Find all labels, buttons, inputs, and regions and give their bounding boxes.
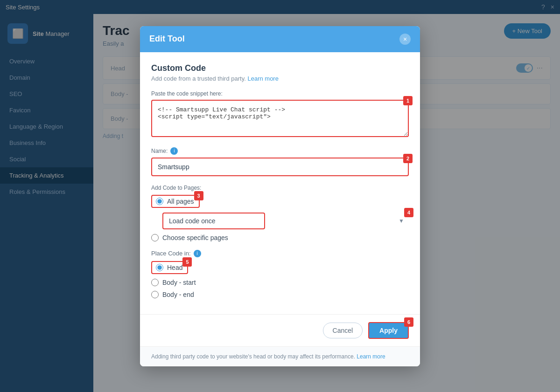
edit-tool-modal: Edit Tool × Custom Code Add code from a …: [140, 26, 420, 366]
name-input-wrapper: 2: [151, 158, 409, 176]
place-code-label-row: Place Code in: i: [151, 250, 409, 257]
body-end-option[interactable]: Body - end: [151, 291, 409, 298]
all-pages-outlined: All pages 3: [151, 195, 200, 208]
head-radio[interactable]: [156, 264, 163, 271]
cancel-button[interactable]: Cancel: [323, 323, 363, 338]
add-code-label: Add Code to Pages:: [151, 185, 409, 191]
modal-body: Custom Code Add code from a trusted thir…: [140, 52, 420, 314]
body-start-option[interactable]: Body - start: [151, 279, 409, 286]
load-code-dropdown-wrapper: Load code once Load code every time ▼ 4: [162, 213, 409, 229]
modal-overlay: Edit Tool × Custom Code Add code from a …: [0, 0, 560, 392]
name-input[interactable]: [151, 158, 409, 176]
name-info-icon: i: [170, 147, 178, 155]
body-start-label: Body - start: [162, 279, 196, 286]
add-code-section: Add Code to Pages: All pages 3 Load co: [151, 185, 409, 241]
specific-pages-option[interactable]: Choose specific pages: [151, 234, 409, 241]
pages-radio-group: All pages 3 Load code once Load code eve…: [151, 195, 409, 241]
learn-more-link-bottom[interactable]: Learn more: [357, 353, 385, 360]
custom-code-title: Custom Code: [151, 63, 409, 73]
name-label-row: Name: i: [151, 147, 409, 155]
modal-header: Edit Tool ×: [140, 26, 420, 52]
load-code-dropdown[interactable]: Load code once Load code every time: [162, 213, 265, 229]
apply-btn-wrapper: Apply 6: [368, 322, 409, 339]
modal-footer: Cancel Apply 6: [140, 314, 420, 346]
dropdown-arrow-icon: ▼: [399, 218, 404, 224]
all-pages-label: All pages: [167, 198, 194, 205]
place-code-info-icon: i: [194, 250, 201, 257]
apply-button[interactable]: Apply: [368, 322, 409, 339]
all-pages-radio[interactable]: [156, 198, 163, 205]
code-label: Paste the code snippet here:: [151, 90, 409, 97]
place-code-section: Place Code in: i Head 5 Body - s: [151, 250, 409, 298]
annotation-badge-6: 6: [404, 317, 413, 327]
annotation-badge-4: 4: [404, 208, 413, 217]
specific-pages-label: Choose specific pages: [162, 234, 228, 241]
annotation-badge-5: 5: [182, 257, 192, 267]
annotation-badge-1: 1: [403, 96, 413, 105]
body-end-radio[interactable]: [151, 291, 159, 298]
body-start-radio[interactable]: [151, 279, 159, 286]
section-description: Add code from a trusted third party. Lea…: [151, 75, 409, 82]
place-code-radio-group: Head 5 Body - start Body - end: [151, 261, 409, 298]
body-end-label: Body - end: [162, 291, 194, 298]
learn-more-link-top[interactable]: Learn more: [247, 75, 278, 82]
code-area-wrapper: <!-- Smartsupp Live Chat script --> <scr…: [151, 100, 409, 139]
modal-close-button[interactable]: ×: [399, 34, 411, 45]
annotation-badge-2: 2: [403, 154, 413, 163]
modal-notice: Adding third party code to your website'…: [140, 346, 420, 366]
head-option[interactable]: Head 5: [151, 261, 409, 274]
code-snippet-input[interactable]: <!-- Smartsupp Live Chat script --> <scr…: [151, 100, 409, 137]
modal-title: Edit Tool: [149, 34, 185, 44]
all-pages-option[interactable]: All pages 3: [151, 195, 409, 208]
head-radio-outlined: Head 5: [151, 261, 188, 274]
specific-pages-radio[interactable]: [151, 234, 159, 241]
head-label: Head: [167, 264, 182, 271]
annotation-badge-3: 3: [194, 191, 203, 200]
